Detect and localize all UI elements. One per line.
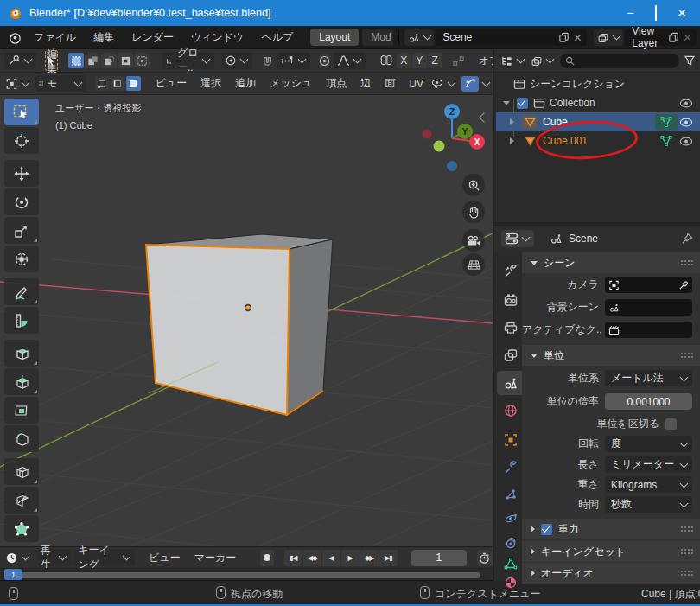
jump-to-end-button[interactable]: ▶▮ [379,550,398,566]
tab-modifiers[interactable] [497,456,524,480]
gravity-checkbox[interactable] [541,524,552,535]
tool-bevel[interactable] [4,425,39,452]
close-button[interactable]: ✕ [669,6,695,20]
mirror-z-button[interactable]: Z [428,53,442,68]
timeline-menu-view[interactable]: ビュー [142,551,188,565]
active-clip-field[interactable] [605,322,692,338]
tool-extrude-region[interactable] [4,368,39,395]
snap-settings-dropdown[interactable] [277,52,310,69]
jump-to-start-button[interactable]: ▮◀ [284,550,302,566]
viewport-3d[interactable]: ユーザー・透視投影 (1) Cube [0,95,493,546]
tool-add-cube[interactable] [4,340,39,367]
edge-select-button[interactable] [111,76,125,91]
select-mode-intersect-button[interactable] [134,53,150,68]
collection-checkbox[interactable] [517,98,528,109]
timeline-scrollbar[interactable] [7,572,480,578]
eye-visible-icon[interactable] [679,99,693,108]
editor-type-button[interactable] [5,78,18,90]
play-button[interactable]: ▶ [341,550,360,566]
keying-dropdown[interactable]: キーイング [74,549,135,566]
mirror-x-button[interactable]: X [397,53,411,68]
menu-select[interactable]: 選択 [194,76,228,91]
mesh-data-icon[interactable] [655,133,678,149]
rotation-dropdown[interactable]: 度 [605,436,692,452]
disclosure-open-icon[interactable] [503,101,510,105]
tab-object[interactable] [497,428,524,452]
ortho-grid-button[interactable] [462,253,485,276]
outliner-row-collection[interactable]: Collection [496,93,700,112]
snap-toggle-button[interactable] [261,54,274,67]
vertex-select-button[interactable] [95,76,110,91]
prev-keyframe-button[interactable]: ◀◆ [303,550,321,566]
copy-icon[interactable] [668,32,679,43]
workspace-tab-layout[interactable]: Layout [310,29,359,46]
disclosure-closed-icon[interactable] [510,118,514,125]
menu-window[interactable]: ウィンドウ [182,30,252,45]
select-mode-invert-button[interactable] [118,53,133,68]
active-tool-dropdown[interactable] [4,52,36,69]
auto-key-record-button[interactable] [260,550,274,566]
timeline-ruler[interactable]: 50 100 150 200 250 1 [0,568,493,580]
unit-system-dropdown[interactable]: メートル法 [605,370,692,386]
tool-transform[interactable] [4,246,39,272]
tab-material[interactable] [497,571,524,595]
transform-orientation-dropdown[interactable]: グロー.. [162,52,214,69]
length-dropdown[interactable]: ミリメーター [605,456,692,473]
tab-physics[interactable] [497,507,524,531]
remove-x-icon[interactable] [683,33,692,42]
tab-tool[interactable] [497,259,524,284]
select-mode-new-button[interactable] [68,53,84,68]
navigation-gizmo[interactable]: Z Y X [420,97,493,183]
tab-render[interactable] [497,288,524,312]
tool-select-box[interactable] [4,99,39,125]
tool-inset-faces[interactable] [4,397,39,424]
tab-particles[interactable] [497,482,524,507]
tool-knife[interactable] [4,487,39,514]
mode-dropdown[interactable]: 編集モード [35,75,86,92]
outliner-row-scene-collection[interactable]: シーンコレクション [496,74,700,93]
mesh-data-icon[interactable] [655,114,678,130]
menu-view[interactable]: ビュー [149,76,194,91]
menu-edge[interactable]: 辺 [353,76,378,91]
current-frame-field[interactable]: 1 [411,550,467,566]
play-reverse-button[interactable]: ◀ [322,550,340,566]
background-scene-field[interactable] [605,299,692,316]
select-mode-extend-button[interactable] [85,53,100,68]
outliner-search-input[interactable] [560,54,679,68]
tab-scene[interactable] [497,371,524,395]
units-panel-header[interactable]: 単位 [522,345,700,366]
scene-panel-header[interactable]: シーン [522,252,700,273]
blender-menu-icon[interactable] [9,31,22,44]
workspace-tab-modeling[interactable]: Mod [362,29,393,46]
proportional-edit-button[interactable] [319,53,330,68]
eye-visible-icon[interactable] [679,118,693,127]
view-layer-field[interactable]: View Layer [625,29,697,46]
tool-cursor[interactable] [4,127,39,154]
scene-datablock-field[interactable]: Scene [436,29,587,46]
unlink-x-icon[interactable] [573,33,582,42]
minimize-button[interactable]: − [617,6,643,20]
outliner-display-mode-dropdown[interactable] [500,55,525,67]
tool-rotate[interactable] [4,188,39,215]
gravity-panel-header[interactable]: 重力 [522,519,700,539]
pin-icon[interactable] [681,233,693,245]
view-layer-browse-button[interactable] [594,29,623,46]
tab-world[interactable] [497,399,524,423]
disclosure-closed-icon[interactable] [510,137,514,144]
tool-poly-build[interactable] [4,515,39,542]
show-gizmo-button[interactable] [461,76,479,92]
menu-face[interactable]: 面 [378,76,402,91]
tool-scale[interactable] [4,217,39,244]
face-select-button[interactable] [126,76,141,91]
menu-edit[interactable]: 編集 [85,30,123,45]
select-mode-subtract-button[interactable] [101,53,117,68]
pan-hand-button[interactable] [462,201,485,223]
tab-output[interactable] [497,316,524,340]
playback-sync-button[interactable] [477,550,493,566]
playback-dropdown[interactable]: 再生 [37,549,71,566]
menu-uv[interactable]: UV [402,78,430,90]
tool-loop-cut[interactable] [4,458,39,485]
audio-panel-header[interactable]: オーディオ [522,563,700,584]
next-keyframe-button[interactable]: ◆▶ [360,550,379,566]
menu-file[interactable]: ファイル [25,30,85,45]
